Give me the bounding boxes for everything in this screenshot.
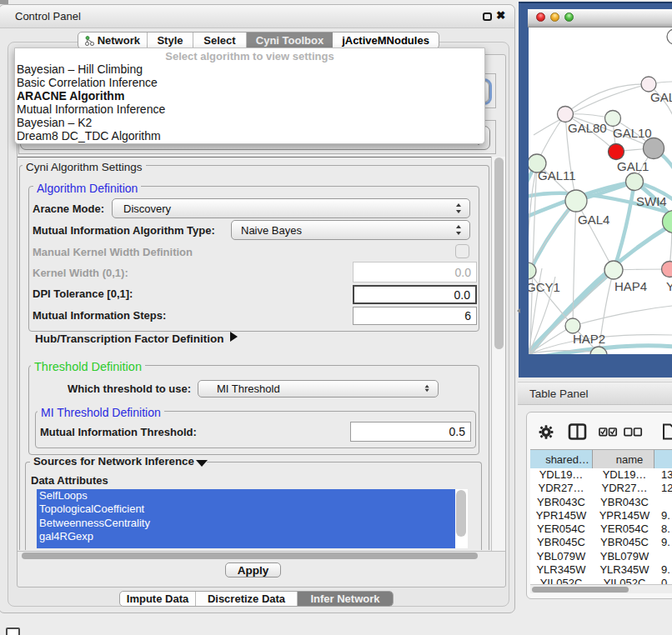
svg-text:GAL1: GAL1 bbox=[617, 159, 649, 173]
svg-text:GCY1: GCY1 bbox=[529, 280, 560, 294]
svg-text:GAL10: GAL10 bbox=[613, 126, 652, 140]
svg-text:GAL11: GAL11 bbox=[538, 168, 576, 182]
svg-text:SWI4: SWI4 bbox=[636, 194, 667, 208]
svg-text:GAL: GAL bbox=[650, 90, 672, 104]
svg-text:HAP2: HAP2 bbox=[573, 332, 605, 346]
svg-text:GAL80: GAL80 bbox=[568, 121, 607, 135]
svg-text:Y: Y bbox=[666, 279, 672, 293]
svg-text:HAP4: HAP4 bbox=[614, 279, 647, 293]
svg-text:GAL4: GAL4 bbox=[578, 212, 609, 227]
